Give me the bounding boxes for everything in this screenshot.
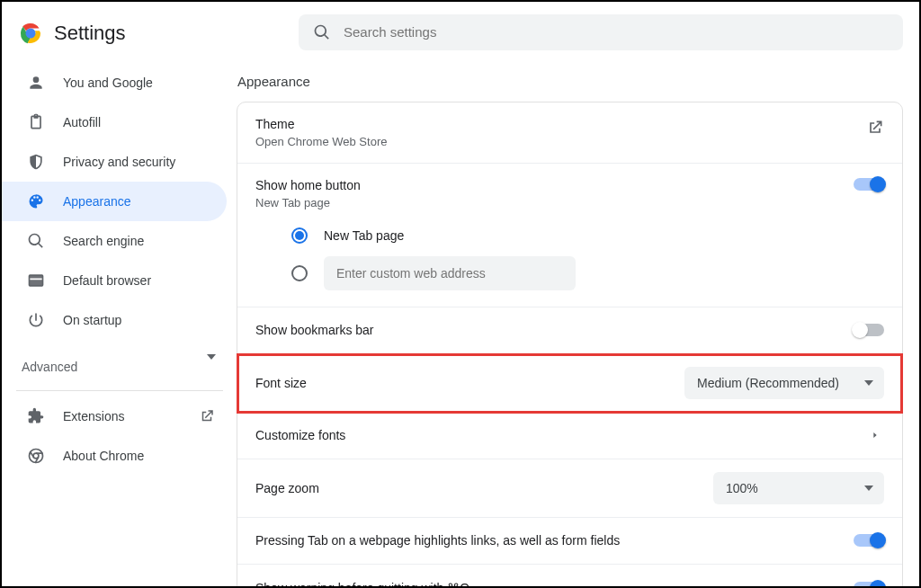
page-zoom-select[interactable]: 100% (713, 472, 884, 504)
row-title: Show home button (255, 178, 854, 192)
home-button-options: New Tab page (255, 224, 576, 292)
radio-icon (291, 265, 308, 281)
sidebar-item-label: You and Google (63, 76, 216, 90)
row-title: Show warning before quitting with ⌘Q (255, 581, 854, 586)
open-in-new-icon[interactable] (866, 119, 884, 137)
chevron-down-icon (864, 486, 873, 491)
chevron-down-icon (864, 380, 873, 386)
radio-new-tab-page[interactable]: New Tab page (291, 227, 576, 244)
select-value: 100% (726, 481, 758, 495)
sidebar-item-search-engine[interactable]: Search engine (2, 221, 227, 261)
row-title: Customize fonts (255, 428, 866, 442)
chevron-down-icon (207, 360, 216, 374)
appearance-card: Theme Open Chrome Web Store Show home bu… (237, 102, 903, 586)
row-theme[interactable]: Theme Open Chrome Web Store (237, 102, 902, 164)
row-bookmarks-bar: Show bookmarks bar (237, 307, 902, 354)
brand-row: Settings (16, 16, 227, 63)
select-value: Medium (Recommended) (697, 376, 839, 390)
chrome-outline-icon (27, 447, 45, 465)
row-font-size: Font size Medium (Recommended) (237, 354, 902, 413)
palette-icon (27, 192, 45, 210)
toggle-quit-warning[interactable] (854, 582, 884, 586)
search-icon (27, 232, 45, 250)
row-page-zoom: Page zoom 100% (237, 459, 902, 518)
sidebar-item-you-and-google[interactable]: You and Google (2, 63, 227, 102)
row-title: Pressing Tab on a webpage highlights lin… (255, 533, 854, 548)
sidebar-item-default-browser[interactable]: Default browser (2, 261, 227, 300)
sidebar-item-label: Autofill (63, 115, 216, 129)
power-icon (27, 311, 45, 329)
primary-nav: You and Google Autofill Privacy and secu… (16, 63, 227, 340)
extension-icon (27, 407, 45, 425)
sidebar-item-about-chrome[interactable]: About Chrome (16, 436, 227, 476)
row-tab-highlights: Pressing Tab on a webpage highlights lin… (237, 518, 902, 565)
font-size-select[interactable]: Medium (Recommended) (684, 367, 884, 399)
settings-sidebar: Settings You and Google Autofill Privacy… (2, 2, 236, 586)
sidebar-divider (16, 390, 223, 391)
person-icon (27, 74, 45, 92)
settings-title: Settings (54, 22, 126, 45)
clipboard-icon (27, 113, 45, 131)
advanced-label: Advanced (22, 360, 77, 374)
toggle-bookmarks-bar[interactable] (854, 324, 884, 336)
shield-icon (27, 153, 45, 171)
chrome-logo-icon (20, 22, 41, 44)
search-icon (313, 23, 331, 41)
sidebar-item-label: Appearance (63, 194, 216, 209)
extensions-label: Extensions (63, 409, 124, 423)
main-panel: Appearance Theme Open Chrome Web Store S… (236, 2, 919, 586)
settings-search[interactable] (299, 14, 903, 50)
row-title: Font size (255, 376, 684, 390)
toggle-tab-highlights[interactable] (854, 534, 884, 547)
custom-address-input[interactable] (324, 256, 576, 290)
row-quit-warning: Show warning before quitting with ⌘Q (237, 565, 902, 586)
radio-icon (291, 227, 308, 244)
row-home-button: Show home button New Tab page New Tab pa… (237, 164, 902, 307)
sidebar-item-on-startup[interactable]: On startup (2, 300, 227, 340)
sidebar-item-label: Privacy and security (63, 155, 216, 169)
sidebar-item-privacy[interactable]: Privacy and security (2, 142, 227, 182)
row-customize-fonts[interactable]: Customize fonts (237, 413, 902, 459)
browser-window-icon (27, 272, 45, 290)
sidebar-item-appearance[interactable]: Appearance (2, 182, 227, 221)
sidebar-item-label: On startup (63, 313, 216, 327)
row-subtitle: Open Chrome Web Store (255, 135, 387, 148)
row-subtitle: New Tab page (255, 196, 854, 209)
open-in-new-icon (198, 407, 216, 425)
radio-label: New Tab page (324, 228, 404, 243)
sidebar-item-label: Search engine (63, 234, 216, 248)
row-title: Theme (255, 117, 295, 131)
about-label: About Chrome (63, 449, 144, 463)
sidebar-item-extensions[interactable]: Extensions (16, 396, 227, 436)
sidebar-advanced-toggle[interactable]: Advanced (16, 345, 227, 388)
row-title: Show bookmarks bar (255, 323, 854, 337)
sidebar-item-autofill[interactable]: Autofill (2, 102, 227, 142)
radio-custom-address[interactable] (291, 256, 576, 290)
toggle-home-button[interactable] (854, 178, 884, 191)
settings-search-input[interactable] (344, 24, 889, 40)
row-title: Page zoom (255, 481, 713, 495)
section-title: Appearance (237, 74, 910, 102)
sidebar-item-label: Default browser (63, 273, 216, 288)
chevron-right-icon (866, 426, 884, 444)
